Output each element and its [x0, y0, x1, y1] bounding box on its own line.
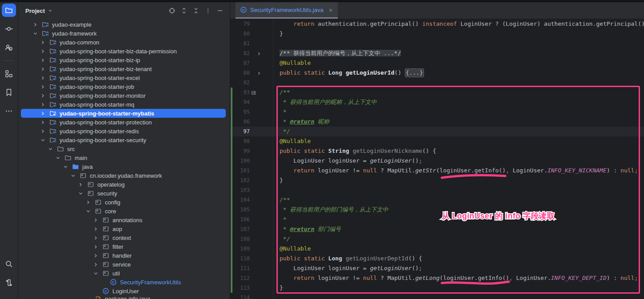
line-number[interactable]: 104	[230, 195, 250, 205]
collapse-all-button[interactable]	[191, 5, 201, 16]
line-number[interactable]: 105	[230, 205, 250, 215]
tree-item-config[interactable]: config	[18, 198, 230, 207]
code-line-103[interactable]: 103	[230, 185, 644, 195]
chevron-right-icon[interactable]	[40, 48, 49, 55]
code-line-102[interactable]: 102}	[230, 175, 644, 185]
line-number[interactable]: 92	[230, 78, 250, 88]
tree-item-aop[interactable]: aop	[18, 224, 230, 233]
code-line-98[interactable]: 98@Nullable	[230, 136, 644, 146]
tree-item-handler[interactable]: handler	[18, 251, 230, 260]
line-number[interactable]: 100	[230, 156, 250, 166]
code-line-106[interactable]: 106 *	[230, 215, 644, 224]
line-number[interactable]: 112	[230, 273, 250, 283]
chevron-right-icon[interactable]	[40, 65, 49, 72]
activitybar-bookmarks-button[interactable]	[2, 86, 16, 99]
chevron-down-icon[interactable]	[48, 8, 53, 13]
code-line-81[interactable]: 81	[230, 39, 644, 48]
close-tab-icon[interactable]: ×	[328, 7, 334, 13]
tree-item-yudao-spring-boot-starter-security[interactable]: yudao-spring-boot-starter-security	[18, 136, 230, 144]
line-number[interactable]: 95	[230, 107, 250, 117]
options-button[interactable]	[203, 5, 213, 16]
code-line-99[interactable]: 99public static String getLoginUserNickn…	[230, 146, 644, 156]
tree-item-yudao-framework[interactable]: yudao-framework	[18, 29, 230, 38]
chevron-right-icon[interactable]	[92, 225, 102, 232]
chevron-down-icon[interactable]	[47, 145, 57, 152]
activitybar-commit-button[interactable]	[2, 22, 16, 36]
chevron-right-icon[interactable]	[40, 128, 49, 135]
code-line-111[interactable]: 111 LoginUser loginUser = getLoginUser()…	[230, 263, 644, 273]
code-line-100[interactable]: 100 LoginUser loginUser = getLoginUser()…	[230, 156, 644, 166]
chevron-down-icon[interactable]	[92, 270, 102, 277]
chevron-down-icon[interactable]	[70, 172, 80, 179]
hide-panel-button[interactable]	[215, 5, 225, 16]
code-line-109[interactable]: 109@Nullable	[230, 244, 644, 254]
line-number[interactable]: 106	[230, 215, 250, 224]
chevron-down-icon[interactable]	[77, 190, 87, 197]
line-number[interactable]: 99	[230, 146, 250, 156]
locate-file-button[interactable]	[167, 5, 177, 16]
chevron-right-icon[interactable]	[92, 261, 102, 268]
tree-item-yudao-spring-boot-starter-monitor[interactable]: yudao-spring-boot-starter-monitor	[18, 91, 230, 100]
tree-item-yudao-spring-boot-starter-excel[interactable]: yudao-spring-boot-starter-excel	[18, 73, 230, 82]
chevron-right-icon[interactable]	[92, 243, 102, 250]
chevron-down-icon[interactable]	[85, 207, 95, 215]
code-line-112[interactable]: 112 return loginUser != null ? MapUtil.g…	[230, 273, 644, 283]
tree-item-yudao-spring-boot-starter-biz-ip[interactable]: yudao-spring-boot-starter-biz-ip	[18, 56, 230, 64]
code-line-101[interactable]: 101 return loginUser != null ? MapUtil.g…	[230, 166, 644, 175]
tree-item-yudao-spring-boot-starter-mybatis[interactable]: yudao-spring-boot-starter-mybatis	[18, 109, 230, 118]
tree-item-package-info-java[interactable]: package-info.java	[18, 295, 230, 299]
code-line-82[interactable]: 82/** 获得当前用户的编号，从上下文中 ...*/	[230, 48, 644, 58]
tree-item-cn-iocoder-yudao-framework[interactable]: cn.iocoder.yudao.framework	[18, 171, 230, 180]
line-number[interactable]: 94	[230, 97, 250, 107]
line-number[interactable]: 108	[230, 234, 250, 244]
line-number[interactable]: 88	[230, 68, 250, 78]
activitybar-navigation-button[interactable]	[2, 276, 16, 289]
line-number[interactable]: 109	[230, 244, 250, 254]
tree-item-yudao-spring-boot-starter-redis[interactable]: yudao-spring-boot-starter-redis	[18, 127, 230, 136]
code-line-80[interactable]: 80}	[230, 29, 644, 39]
tree-item-java[interactable]: java	[18, 162, 230, 171]
line-number[interactable]: 102	[230, 175, 250, 185]
activitybar-more-tools-button[interactable]	[2, 104, 16, 118]
tree-item-service[interactable]: service	[18, 260, 230, 269]
line-number[interactable]: 107	[230, 224, 250, 234]
chevron-right-icon[interactable]	[40, 101, 49, 108]
chevron-down-icon[interactable]	[40, 136, 49, 144]
chevron-right-icon[interactable]	[77, 181, 87, 188]
expand-all-button[interactable]	[179, 5, 189, 16]
code-line-96[interactable]: 96 * @return 昵称	[230, 117, 644, 127]
line-number[interactable]: 110	[230, 254, 250, 263]
code-line-113[interactable]: 113}	[230, 283, 644, 293]
tree-item-yudao-spring-boot-starter-biz-data-permission[interactable]: yudao-spring-boot-starter-biz-data-permi…	[18, 47, 230, 56]
code-line-95[interactable]: 95 *	[230, 107, 644, 117]
project-panel-title[interactable]: Project	[25, 8, 45, 14]
code-line-105[interactable]: 105 * 获得当前用户的部门编号，从上下文中	[230, 205, 644, 215]
line-number[interactable]: 97	[230, 127, 250, 136]
chevron-right-icon[interactable]	[40, 92, 49, 99]
line-number[interactable]: 81	[230, 39, 250, 48]
tree-item-util[interactable]: util	[18, 269, 230, 278]
code-line-94[interactable]: 94 * 获得当前用户的昵称，从上下文中	[230, 97, 644, 107]
line-number[interactable]: 80	[230, 29, 250, 39]
chevron-right-icon[interactable]	[92, 252, 102, 259]
tree-item-annotations[interactable]: annotations	[18, 215, 230, 224]
activitybar-structure-button[interactable]	[2, 67, 16, 80]
line-number[interactable]: 103	[230, 185, 250, 195]
code-line-92[interactable]: 92	[230, 78, 644, 88]
code-line-87[interactable]: 87@Nullable	[230, 58, 644, 68]
line-number[interactable]: 98	[230, 136, 250, 146]
chevron-right-icon[interactable]	[40, 74, 49, 81]
line-number[interactable]: 93	[230, 88, 250, 97]
code-line-114[interactable]: 114	[230, 293, 644, 299]
chevron-right-icon[interactable]	[40, 110, 49, 117]
tree-item-security[interactable]: security	[18, 189, 230, 198]
line-number[interactable]: 113	[230, 283, 250, 293]
tree-item-filter[interactable]: filter	[18, 242, 230, 251]
tree-item-yudao-common[interactable]: yudao-common	[18, 38, 230, 47]
line-number[interactable]: 111	[230, 263, 250, 273]
chevron-down-icon[interactable]	[62, 163, 72, 170]
chevron-right-icon[interactable]	[32, 21, 42, 28]
code-line-104[interactable]: 104/**	[230, 195, 644, 205]
chevron-right-icon[interactable]	[92, 234, 102, 241]
line-number[interactable]: 79	[230, 19, 250, 29]
